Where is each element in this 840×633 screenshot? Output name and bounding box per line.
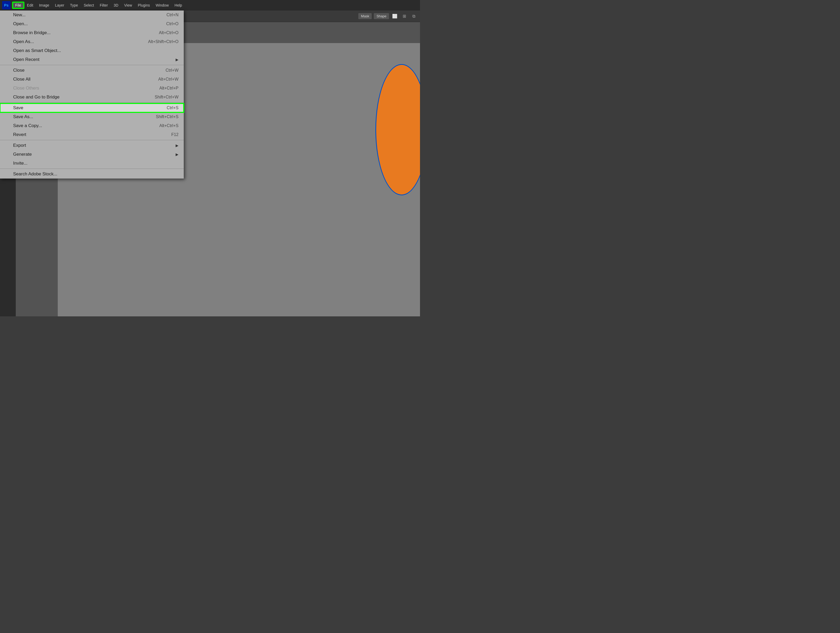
- file-menu-dropdown: New... Ctrl+N Open... Ctrl+O Browse in B…: [0, 11, 184, 178]
- menu-item-close-all[interactable]: Close All Alt+Ctrl+W: [0, 75, 184, 84]
- menu-file[interactable]: File: [13, 2, 24, 8]
- menu-item-save-copy[interactable]: Save a Copy... Alt+Ctrl+S: [0, 121, 184, 130]
- menu-item-save-label: Save: [13, 105, 24, 110]
- menu-image[interactable]: Image: [36, 2, 52, 8]
- menu-item-open-label: Open...: [13, 21, 28, 27]
- menu-item-save-as-shortcut: Shift+Ctrl+S: [156, 114, 178, 119]
- menu-item-close[interactable]: Close Ctrl+W: [0, 66, 184, 75]
- menu-item-generate[interactable]: Generate ▶: [0, 150, 184, 159]
- menu-edit[interactable]: Edit: [24, 2, 36, 8]
- menu-item-new-label: New...: [13, 12, 25, 17]
- menu-item-save-copy-label: Save a Copy...: [13, 123, 42, 128]
- menu-item-export-label: Export: [13, 143, 26, 148]
- separator-4: [0, 169, 184, 169]
- menu-item-open-smart[interactable]: Open as Smart Object...: [0, 46, 184, 55]
- menu-item-generate-label: Generate: [13, 152, 32, 157]
- menu-item-new[interactable]: New... Ctrl+N: [0, 11, 184, 19]
- menu-item-browse-bridge[interactable]: Browse in Bridge... Alt+Ctrl+O: [0, 28, 184, 37]
- menu-item-new-shortcut: Ctrl+N: [166, 13, 178, 17]
- open-recent-arrow: ▶: [175, 57, 178, 62]
- menu-item-close-bridge[interactable]: Close and Go to Bridge Shift+Ctrl+W: [0, 93, 184, 102]
- menu-item-close-shortcut: Ctrl+W: [166, 68, 178, 73]
- menu-item-open[interactable]: Open... Ctrl+O: [0, 19, 184, 28]
- menu-item-adobe-stock[interactable]: Search Adobe Stock...: [0, 170, 184, 178]
- menu-item-close-bridge-label: Close and Go to Bridge: [13, 95, 60, 100]
- menu-help[interactable]: Help: [172, 2, 185, 8]
- menu-item-open-recent-label: Open Recent: [13, 57, 39, 62]
- menu-item-close-all-label: Close All: [13, 77, 30, 82]
- menu-item-save-as[interactable]: Save As... Shift+Ctrl+S: [0, 112, 184, 121]
- menu-window[interactable]: Window: [153, 2, 171, 8]
- menu-item-open-as-shortcut: Alt+Shift+Ctrl+O: [148, 39, 178, 44]
- menu-3d[interactable]: 3D: [111, 2, 121, 8]
- menu-item-save-copy-shortcut: Alt+Ctrl+S: [159, 123, 178, 128]
- select-icon[interactable]: ⬜: [391, 13, 398, 20]
- menu-item-export[interactable]: Export ▶: [0, 141, 184, 150]
- menu-item-open-as-label: Open As...: [13, 39, 34, 44]
- menu-item-save-as-label: Save As...: [13, 114, 33, 120]
- menubar: Ps File Edit Image Layer Type Select Fil…: [0, 0, 420, 11]
- menu-item-browse-bridge-label: Browse in Bridge...: [13, 30, 51, 35]
- menu-item-close-others[interactable]: Close Others Alt+Ctrl+P: [0, 84, 184, 93]
- menu-item-browse-bridge-shortcut: Alt+Ctrl+O: [159, 30, 178, 35]
- menu-item-revert-shortcut: F12: [171, 132, 178, 137]
- menu-item-open-smart-label: Open as Smart Object...: [13, 48, 61, 53]
- menu-item-open-recent[interactable]: Open Recent ▶: [0, 55, 184, 64]
- menu-type[interactable]: Type: [68, 2, 81, 8]
- mask-button[interactable]: Mask: [358, 13, 372, 19]
- export-arrow: ▶: [175, 144, 178, 148]
- menu-item-open-as[interactable]: Open As... Alt+Shift+Ctrl+O: [0, 37, 184, 46]
- menu-item-close-bridge-shortcut: Shift+Ctrl+W: [155, 95, 178, 99]
- menu-item-close-all-shortcut: Alt+Ctrl+W: [158, 77, 178, 82]
- ps-logo: Ps: [2, 1, 11, 9]
- menu-view[interactable]: View: [122, 2, 135, 8]
- menu-item-revert-label: Revert: [13, 132, 26, 137]
- generate-arrow: ▶: [175, 152, 178, 156]
- menu-item-close-others-label: Close Others: [13, 85, 39, 91]
- menu-item-close-others-shortcut: Alt+Ctrl+P: [159, 86, 178, 91]
- menu-layer[interactable]: Layer: [52, 2, 67, 8]
- menu-item-close-label: Close: [13, 68, 24, 73]
- shape-button[interactable]: Shape: [374, 13, 389, 19]
- menu-item-open-shortcut: Ctrl+O: [166, 22, 178, 26]
- align-left-icon[interactable]: ⊞: [401, 13, 408, 20]
- menu-plugins[interactable]: Plugins: [135, 2, 153, 8]
- layers-icon[interactable]: ⧉: [410, 13, 417, 20]
- menu-item-revert[interactable]: Revert F12: [0, 130, 184, 139]
- menu-item-invite[interactable]: Invite...: [0, 159, 184, 168]
- menu-item-adobe-stock-label: Search Adobe Stock...: [13, 171, 57, 177]
- menu-filter[interactable]: Filter: [97, 2, 111, 8]
- menu-select[interactable]: Select: [81, 2, 96, 8]
- menu-item-save[interactable]: Save Ctrl+S: [0, 103, 184, 112]
- menu-item-save-shortcut: Ctrl+S: [167, 106, 178, 110]
- canvas-shape: [375, 64, 420, 195]
- menu-item-invite-label: Invite...: [13, 161, 28, 166]
